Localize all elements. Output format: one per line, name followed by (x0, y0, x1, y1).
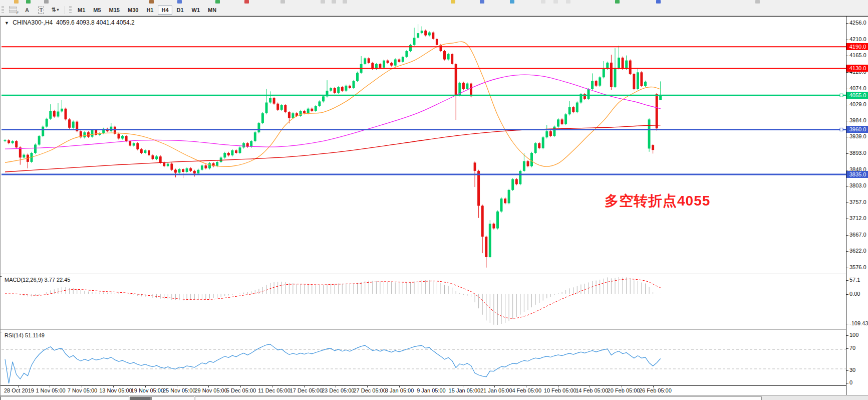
chart-title: ▼ CHINA300-,H4 4059.6 4093.8 4041.4 4054… (5, 19, 135, 26)
window-bottom-edge (1, 395, 868, 400)
time-tick-label: 25 Nov 05:00 (163, 387, 195, 393)
time-tick-label: 28 Oct 2019 (4, 387, 34, 393)
time-tick-label: 15 Jan 05:00 (449, 387, 481, 393)
pattern-grid-icon: F (9, 7, 17, 13)
text-label-icon: A (25, 7, 29, 13)
price-level-badge: 3835.0 (846, 171, 868, 178)
time-tick-label: 1 Nov 05:00 (36, 387, 65, 393)
axis-tick (846, 251, 848, 252)
price-tick-label: 4210.0 (849, 36, 866, 42)
axis-tick (846, 235, 848, 236)
terminal-tab-edge (130, 396, 151, 400)
ma-mid-magenta (5, 75, 661, 149)
axis-tick (846, 324, 848, 324)
chart-ohlc-values: 4059.6 4093.8 4041.4 4054.2 (56, 19, 135, 26)
terminal-tab-edge (1, 396, 129, 400)
toolbar-drag-handle[interactable] (69, 6, 72, 14)
time-tick-label: 29 Nov 05:00 (194, 387, 227, 393)
axis-tick (846, 294, 848, 295)
axis-tick (846, 370, 848, 371)
timeframe-button-h1[interactable]: H1 (143, 6, 157, 15)
time-tick-label: 17 Dec 05:00 (290, 387, 323, 393)
annotation-text[interactable]: 多空转折点4055 (605, 191, 710, 211)
axis-tick (846, 89, 848, 89)
timeframe-button-w1[interactable]: W1 (188, 6, 204, 15)
terminal-tab-edge (151, 396, 194, 400)
text-box-tool-button[interactable]: T (35, 5, 48, 15)
time-tick-label: 21 Jan 05:00 (480, 387, 512, 393)
candlestick-plot[interactable] (2, 17, 846, 274)
time-tick-label: 3 Jan 05:00 (385, 387, 414, 393)
axis-tick (846, 137, 848, 137)
price-tick-label: 4256.0 (849, 20, 866, 26)
clipped-toolbar-icon (541, 0, 545, 4)
toolbar-drag-handle[interactable] (2, 6, 4, 14)
macd-indicator-label: MACD(12,26,9) 3.77 22.45 (5, 277, 70, 283)
clipped-toolbar-icon (480, 0, 484, 4)
time-axis[interactable]: 28 Oct 20191 Nov 05:007 Nov 05:0013 Nov … (2, 386, 846, 394)
rsi-axis-label: 70 (849, 345, 855, 351)
timeframe-button-m5[interactable]: M5 (90, 6, 104, 15)
timeframe-button-d1[interactable]: D1 (173, 6, 187, 15)
macd-pane[interactable]: MACD(12,26,9) 3.77 22.45 (2, 276, 846, 330)
axis-tick (846, 186, 848, 186)
time-tick-label: 11 Dec 05:00 (258, 387, 291, 393)
timeframe-button-m30[interactable]: M30 (124, 6, 142, 15)
time-tick-label: 7 Nov 05:00 (68, 387, 97, 393)
arrow-tool-button[interactable]: ⇅ ▾ (49, 5, 62, 15)
rsi-axis-label: 100 (849, 332, 858, 338)
clipped-toolbar-icon (566, 0, 570, 4)
axis-tick (846, 153, 848, 154)
clipped-toolbar-icon (321, 0, 325, 4)
clipped-toolbar-icon (755, 0, 760, 4)
price-tick-label: 3757.0 (849, 199, 866, 205)
price-axis[interactable]: 4256.04210.04165.04120.04074.04029.03984… (846, 17, 868, 395)
mt4-chart-screen: F A T ⇅ ▾ M1M5M15M30H1H4D1W1MN ▼ CHINA30… (0, 0, 868, 400)
price-tick-label: 4074.0 (849, 85, 866, 91)
timeframe-button-m1[interactable]: M1 (74, 6, 89, 15)
clipped-toolbar-icon (244, 0, 249, 4)
timeframe-group: M1M5M15M30H1H4D1W1MN (74, 6, 220, 15)
axis-tick (846, 268, 848, 268)
rsi-plot[interactable] (2, 331, 846, 386)
time-tick-label: 19 Nov 05:00 (131, 387, 164, 393)
clipped-toolbar-icon (26, 0, 31, 4)
clipped-toolbar-icon (215, 0, 220, 4)
price-tick-label: 4165.0 (849, 52, 866, 58)
clipped-toolbar-icon (343, 0, 347, 4)
clipped-toolbar-icon (615, 0, 620, 4)
pattern-f-tool-button[interactable]: F (7, 5, 20, 15)
macd-axis-label: -109.43 (849, 320, 868, 326)
price-level-badge: 3960.0 (846, 126, 868, 133)
chart-window: ▼ CHINA300-,H4 4059.6 4093.8 4041.4 4054… (0, 16, 868, 400)
time-tick-label: 26 Feb 05:00 (639, 387, 672, 393)
timeframe-button-h4[interactable]: H4 (158, 6, 172, 15)
arrow-tool-icon: ⇅ (51, 7, 55, 13)
macd-plot[interactable] (2, 276, 846, 330)
axis-tick (846, 383, 848, 383)
time-tick-label: 20 Feb 05:00 (608, 387, 640, 393)
axis-tick (846, 23, 848, 24)
macd-axis-label: 57.1 (849, 277, 860, 283)
rsi-axis-label: 0 (849, 379, 852, 385)
symbol-dropdown-icon[interactable]: ▼ (5, 21, 9, 26)
price-tick-label: 3893.0 (849, 150, 866, 156)
rsi-indicator-label: RSI(14) 51.1149 (5, 332, 45, 338)
price-tick-label: 3984.0 (849, 117, 866, 123)
clipped-toolbar-icon (553, 0, 558, 4)
text-label-tool-button[interactable]: A (21, 5, 34, 15)
clipped-toolbar-icon (149, 0, 154, 4)
rsi-pane[interactable]: RSI(14) 51.1149 (2, 331, 846, 386)
price-tick-label: 3939.0 (849, 133, 866, 139)
time-tick-label: 10 Feb 05:00 (544, 387, 576, 393)
time-tick-label: 5 Dec 05:00 (226, 387, 256, 393)
price-level-badge: 4190.0 (846, 43, 868, 50)
timeframe-button-m15[interactable]: M15 (106, 6, 123, 15)
drawing-and-timeframe-toolbar: F A T ⇅ ▾ M1M5M15M30H1H4D1W1MN (0, 4, 868, 16)
price-pane[interactable]: ▼ CHINA300-,H4 4059.6 4093.8 4041.4 4054… (2, 17, 846, 274)
chart-symbol-timeframe: CHINA300-,H4 (13, 19, 53, 26)
axis-tick (846, 72, 848, 73)
toolbar-separator (65, 6, 65, 14)
timeframe-button-mn[interactable]: MN (204, 6, 220, 15)
time-tick-label: 13 Nov 05:00 (99, 387, 132, 393)
